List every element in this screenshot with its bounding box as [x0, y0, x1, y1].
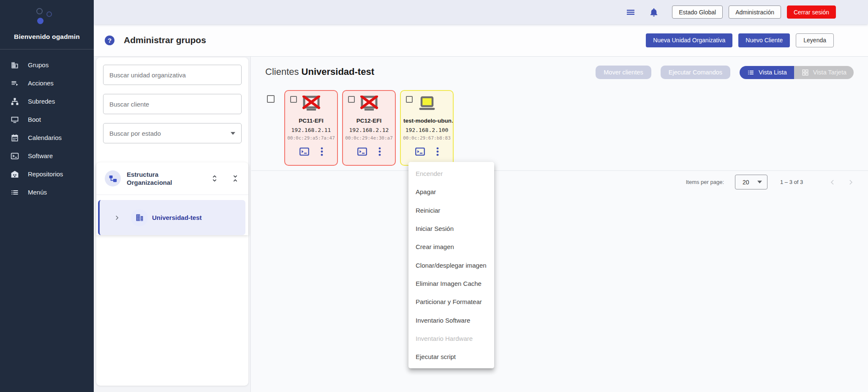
menu-item-inventario-software[interactable]: Inventario Software: [408, 311, 494, 329]
page-header: ? Administrar grupos Nueva Unidad Organi…: [94, 24, 868, 57]
logo-circle: [36, 8, 43, 14]
sidebar-item-repositorios[interactable]: Repositorios: [0, 165, 94, 183]
search-state-select[interactable]: Buscar por estado: [103, 123, 242, 143]
building-icon: [131, 209, 148, 226]
client-kebab-menu-icon[interactable]: [436, 147, 439, 156]
subnets-tree-icon: [11, 97, 19, 106]
client-terminal-icon[interactable]: [299, 148, 309, 156]
next-page-icon[interactable]: [846, 178, 855, 186]
menu-item-crear-imagen[interactable]: Crear imagen: [408, 238, 494, 256]
logo-circle: [37, 18, 44, 24]
notifications-bell-icon[interactable]: [649, 7, 659, 17]
client-context-menu: EncenderApagarReiniciarIniciar SesiónCre…: [408, 162, 494, 368]
client-checkbox[interactable]: [406, 96, 413, 103]
clients-toolbar: Mover clientes Ejecutar Comandos Vista L…: [596, 66, 854, 79]
move-clients-button[interactable]: Mover clientes: [596, 66, 651, 79]
client-card-pc12-efi[interactable]: PC12-EFI192.168.2.1200:0c:29:4e:30:a7: [342, 90, 396, 166]
client-mac: 00:0c:29:67:b8:83: [401, 135, 453, 141]
execute-commands-button[interactable]: Ejecutar Comandos: [661, 66, 730, 79]
sidebar-item-boot[interactable]: Boot: [0, 110, 94, 129]
chevron-down-icon: [231, 132, 235, 135]
client-ip: 192.168.2.100: [401, 127, 453, 133]
menu-item-apagar[interactable]: Apagar: [408, 183, 494, 201]
view-toggle: Vista Lista Vista Tarjeta: [740, 66, 854, 79]
view-list-label: Vista Lista: [759, 69, 787, 76]
client-kebab-menu-icon[interactable]: [378, 147, 381, 156]
previous-page-icon[interactable]: [828, 178, 837, 186]
monitor-x-icon: [343, 91, 395, 115]
administracion-button[interactable]: Administración: [729, 5, 781, 19]
client-kebab-menu-icon[interactable]: [321, 147, 323, 156]
page-size-value: 20: [743, 179, 757, 186]
client-name: PC11-EFI: [285, 118, 337, 124]
select-all-checkbox[interactable]: [267, 95, 275, 103]
client-mac: 00:0c:29:4e:30:a7: [343, 135, 395, 141]
search-state-placeholder: Buscar por estado: [109, 130, 231, 137]
sidebar-item-label: Calendarios: [28, 134, 62, 141]
sidebar-item-subredes[interactable]: Subredes: [0, 92, 94, 110]
page-range-label: 1 – 3 of 3: [780, 179, 810, 185]
menu-item-eliminar-imagen-cache[interactable]: Eliminar Imagen Cache: [408, 274, 494, 293]
sidebar-item-label: Grupos: [28, 61, 49, 69]
menu-item-reiniciar[interactable]: Reiniciar: [408, 201, 494, 219]
paginator: Items per page: 20 1 – 3 of 3: [251, 170, 868, 193]
legend-button[interactable]: Leyenda: [796, 33, 834, 47]
org-structure-panel: Estructura Organizacional: [96, 162, 248, 235]
org-structure-icon: [105, 170, 121, 186]
client-checkbox[interactable]: [348, 96, 355, 103]
sidebar-item-menus[interactable]: Menús: [0, 183, 94, 201]
menu-item-encender: Encender: [408, 164, 494, 183]
help-icon[interactable]: ?: [105, 36, 114, 45]
estado-global-button[interactable]: Estado Global: [672, 5, 723, 19]
search-client-input[interactable]: [109, 101, 235, 108]
sidebar-item-label: Boot: [28, 116, 41, 123]
welcome-text: Bienvenido ogadmin: [0, 33, 94, 41]
view-list-button[interactable]: Vista Lista: [740, 66, 794, 79]
laptop-icon: [401, 91, 453, 115]
menu-item-ejecutar-script[interactable]: Ejecutar script: [408, 348, 494, 366]
sidebar-nav: GruposAccionesSubredesBootCalendariosSof…: [0, 49, 94, 201]
calendar-icon: [11, 134, 19, 142]
grid-view-icon: [801, 69, 809, 77]
search-ou-input[interactable]: [109, 71, 235, 79]
menu-item-clonar-desplegar-imagen[interactable]: Clonar/desplegar imagen: [408, 256, 494, 274]
sidebar-item-calendarios[interactable]: Calendarios: [0, 129, 94, 147]
filters-panel: Buscar por estado Estructura Organizacio…: [96, 58, 248, 386]
tree-item-label: Universidad-test: [152, 214, 202, 221]
tree-item-universidad-test[interactable]: Universidad-test: [98, 200, 245, 235]
collapse-all-icon[interactable]: [231, 174, 240, 183]
clients-prefix: Clientes: [265, 66, 299, 77]
client-card-test-modelo-ubun[interactable]: test-modelo-ubun…192.168.2.10000:0c:29:6…: [400, 90, 454, 166]
page-size-select[interactable]: 20: [735, 175, 767, 189]
client-checkbox[interactable]: [290, 96, 297, 103]
header-actions: Nueva Unidad Organizativa Nuevo Cliente …: [646, 33, 834, 47]
client-ip: 192.168.2.12: [343, 127, 395, 133]
app-logo: [0, 0, 94, 30]
menu-item-inventario-hardware: Inventario Hardware: [408, 329, 494, 348]
client-name: PC12-EFI: [343, 118, 395, 124]
client-terminal-icon[interactable]: [357, 148, 367, 156]
sidebar-item-software[interactable]: Software: [0, 147, 94, 165]
new-client-button[interactable]: Nuevo Cliente: [738, 33, 790, 47]
buildings-icon: [11, 61, 19, 69]
sidebar-item-label: Repositorios: [28, 170, 63, 178]
client-terminal-icon[interactable]: [415, 148, 425, 156]
clients-section-title: Clientes Universidad-test: [265, 66, 374, 77]
cerrar-sesion-button[interactable]: Cerrar sesión: [787, 5, 836, 19]
hamburger-menu-icon[interactable]: [626, 7, 636, 17]
client-card-pc11-efi[interactable]: PC11-EFI192.168.2.1100:0c:29:a5:7a:47: [284, 90, 338, 166]
menu-item-iniciar-sesion[interactable]: Iniciar Sesión: [408, 219, 494, 238]
view-card-button[interactable]: Vista Tarjeta: [794, 66, 854, 79]
filters-zone: Buscar por estado Estructura Organizacio…: [94, 57, 251, 392]
software-terminal-icon: [11, 152, 19, 160]
chevron-right-icon[interactable]: [113, 214, 121, 222]
menu-item-particionar-y-formatear[interactable]: Particionar y Formatear: [408, 293, 494, 311]
sidebar: Bienvenido ogadmin GruposAccionesSubrede…: [0, 0, 94, 392]
actions-list-icon: [11, 79, 19, 88]
sidebar-item-grupos[interactable]: Grupos: [0, 56, 94, 74]
sidebar-item-label: Software: [28, 152, 53, 159]
list-view-icon: [747, 69, 755, 77]
sidebar-item-acciones[interactable]: Acciones: [0, 74, 94, 92]
expand-all-icon[interactable]: [210, 174, 219, 183]
new-organizational-unit-button[interactable]: Nueva Unidad Organizativa: [646, 33, 732, 47]
